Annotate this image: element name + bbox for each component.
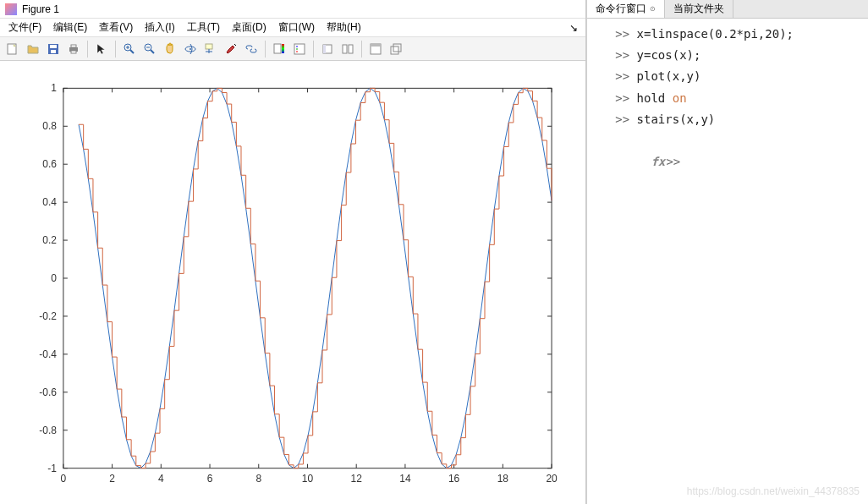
print-icon[interactable] bbox=[64, 40, 83, 58]
svg-text:0.6: 0.6 bbox=[42, 158, 57, 170]
pointer-icon[interactable] bbox=[92, 40, 111, 58]
svg-text:-0.4: -0.4 bbox=[39, 348, 57, 360]
figure-icon bbox=[5, 3, 17, 15]
menu-desktop[interactable]: 桌面(D) bbox=[227, 19, 272, 36]
svg-rect-21 bbox=[294, 44, 305, 54]
svg-rect-3 bbox=[51, 50, 56, 53]
svg-text:14: 14 bbox=[399, 473, 411, 485]
svg-text:16: 16 bbox=[448, 473, 460, 485]
svg-text:2: 2 bbox=[109, 473, 115, 485]
svg-rect-31 bbox=[391, 47, 398, 54]
dropdown-icon: ⊙ bbox=[650, 5, 656, 13]
menu-window[interactable]: 窗口(W) bbox=[273, 19, 320, 36]
toolbar-separator bbox=[87, 41, 88, 58]
tab-command-window[interactable]: 命令行窗口 ⊙ bbox=[587, 0, 665, 18]
panel-tabs: 命令行窗口 ⊙ 当前文件夹 bbox=[587, 0, 868, 19]
colorbar-icon[interactable] bbox=[270, 40, 288, 58]
svg-rect-26 bbox=[323, 45, 326, 53]
svg-text:0: 0 bbox=[51, 272, 57, 284]
command-prompt-line: fx>> bbox=[594, 130, 861, 194]
toolbar-separator bbox=[115, 41, 116, 58]
command-line: >> y=cos(x); bbox=[594, 45, 861, 66]
toolbar-separator bbox=[361, 41, 362, 58]
tab-current-folder[interactable]: 当前文件夹 bbox=[665, 0, 733, 18]
open-icon[interactable] bbox=[24, 40, 42, 58]
svg-text:10: 10 bbox=[302, 473, 314, 485]
tab-label: 当前文件夹 bbox=[673, 2, 724, 16]
menu-edit[interactable]: 编辑(E) bbox=[48, 19, 92, 36]
zoom-in-icon[interactable] bbox=[120, 40, 139, 58]
svg-text:20: 20 bbox=[546, 473, 558, 485]
tab-label: 命令行窗口 bbox=[596, 2, 646, 16]
command-window[interactable]: >> x=linspace(0.2*pi,20); >> y=cos(x); >… bbox=[587, 19, 868, 504]
svg-text:0.4: 0.4 bbox=[42, 196, 57, 208]
svg-text:12: 12 bbox=[351, 473, 363, 485]
svg-line-8 bbox=[130, 50, 134, 53]
svg-rect-30 bbox=[371, 44, 381, 47]
command-line: >> stairs(x,y) bbox=[594, 109, 861, 130]
show-tools-icon[interactable] bbox=[338, 40, 357, 58]
svg-rect-2 bbox=[50, 45, 57, 48]
menu-view[interactable]: 查看(V) bbox=[94, 19, 138, 36]
svg-point-15 bbox=[190, 48, 191, 50]
figure-titlebar: Figure 1 bbox=[0, 0, 585, 19]
right-panel: 命令行窗口 ⊙ 当前文件夹 >> x=linspace(0.2*pi,20); … bbox=[586, 0, 868, 504]
pan-icon[interactable] bbox=[161, 40, 179, 58]
rotate3d-icon[interactable] bbox=[181, 40, 200, 58]
legend-icon[interactable] bbox=[290, 40, 309, 58]
menu-restore-icon[interactable]: ↘ bbox=[565, 22, 582, 34]
svg-rect-19 bbox=[274, 44, 281, 53]
watermark: https://blog.csdn.net/weixin_44378835 bbox=[687, 485, 860, 497]
svg-rect-33 bbox=[63, 88, 552, 468]
brush-icon[interactable] bbox=[222, 40, 240, 58]
figure-window: Figure 1 文件(F) 编辑(E) 查看(V) 插入(I) 工具(T) 桌… bbox=[0, 0, 586, 504]
zoom-out-icon[interactable] bbox=[140, 40, 159, 58]
figure-title: Figure 1 bbox=[22, 3, 59, 15]
svg-text:-0.6: -0.6 bbox=[39, 386, 57, 398]
menubar: 文件(F) 编辑(E) 查看(V) 插入(I) 工具(T) 桌面(D) 窗口(W… bbox=[0, 19, 585, 37]
svg-rect-20 bbox=[282, 44, 284, 53]
fx-icon: fx bbox=[651, 151, 666, 173]
svg-text:0.8: 0.8 bbox=[42, 120, 57, 132]
toolbar-separator bbox=[313, 41, 314, 58]
svg-rect-5 bbox=[71, 45, 76, 47]
svg-text:1: 1 bbox=[51, 82, 57, 94]
svg-rect-16 bbox=[206, 44, 212, 49]
svg-text:-0.2: -0.2 bbox=[39, 310, 57, 322]
svg-text:-0.8: -0.8 bbox=[39, 425, 57, 436]
menu-tools[interactable]: 工具(T) bbox=[182, 19, 225, 36]
new-figure-icon[interactable] bbox=[3, 40, 22, 58]
command-line: >> plot(x,y) bbox=[594, 66, 861, 87]
save-icon[interactable] bbox=[44, 40, 63, 58]
toolbar-separator bbox=[265, 41, 266, 58]
svg-text:18: 18 bbox=[497, 473, 509, 485]
svg-text:6: 6 bbox=[207, 473, 213, 485]
svg-text:0: 0 bbox=[61, 473, 67, 485]
menu-help[interactable]: 帮助(H) bbox=[321, 19, 366, 36]
svg-rect-28 bbox=[349, 45, 353, 53]
plot-canvas: 02468101214161820-1-0.8-0.6-0.4-0.200.20… bbox=[0, 61, 585, 504]
prompt: >> bbox=[666, 155, 680, 168]
toolbar bbox=[0, 37, 585, 61]
svg-rect-6 bbox=[71, 51, 76, 53]
command-line: >> x=linspace(0.2*pi,20); bbox=[594, 24, 861, 45]
axes[interactable]: 02468101214161820-1-0.8-0.6-0.4-0.200.20… bbox=[0, 61, 585, 504]
menu-file[interactable]: 文件(F) bbox=[3, 19, 47, 36]
menu-insert[interactable]: 插入(I) bbox=[140, 19, 179, 36]
svg-rect-27 bbox=[343, 45, 347, 53]
svg-text:8: 8 bbox=[255, 473, 261, 485]
link-icon[interactable] bbox=[242, 40, 261, 58]
command-line: >> hold on bbox=[594, 88, 861, 109]
undock-icon[interactable] bbox=[387, 40, 405, 58]
hide-tools-icon[interactable] bbox=[318, 40, 337, 58]
svg-text:4: 4 bbox=[158, 473, 164, 485]
svg-line-12 bbox=[151, 50, 154, 53]
dock-icon[interactable] bbox=[366, 40, 385, 58]
svg-text:-1: -1 bbox=[47, 463, 57, 474]
datacursor-icon[interactable] bbox=[201, 40, 220, 58]
svg-text:0.2: 0.2 bbox=[42, 234, 57, 246]
